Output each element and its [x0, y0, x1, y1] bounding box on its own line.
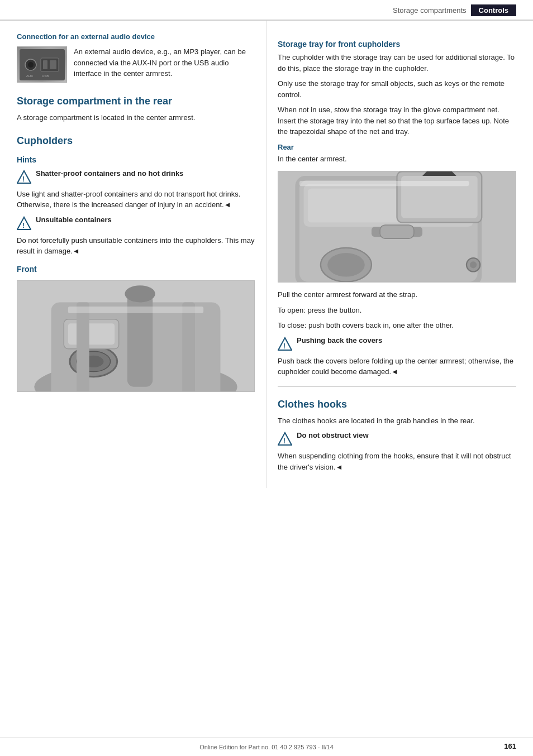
divider: [278, 386, 516, 387]
storage-tray-section: Storage tray for front cupholders The cu…: [278, 40, 516, 137]
clothes-hooks-body: The clothes hooks are located in the gra…: [278, 415, 516, 427]
hint2-title: Unsuitable containers: [36, 216, 112, 224]
warning-box-4: ! Do not obstruct view: [278, 430, 516, 446]
warning-box-2: ! Unsuitable containers: [17, 215, 255, 231]
connection-section: Connection for an external audio device: [17, 32, 255, 84]
cupholders-heading: Cupholders: [17, 135, 255, 147]
clothes-hooks-heading: Clothes hooks: [278, 398, 516, 411]
svg-point-40: [327, 253, 365, 277]
storage-tray-para2: Only use the storage tray for small obje…: [278, 78, 516, 100]
warning-box-3: ! Pushing back the covers: [278, 336, 516, 351]
svg-marker-34: [422, 171, 456, 176]
page-footer: Online Edition for Part no. 01 40 2 925 …: [0, 738, 533, 756]
hint2-body: Do not forcefully push unsuitable contai…: [17, 235, 255, 257]
front-cup-image: [17, 280, 255, 392]
svg-rect-21: [68, 323, 115, 344]
rear-arm-image: [278, 171, 516, 283]
hints-heading: Hints: [17, 155, 255, 164]
warning-text-3: Pushing back the covers: [297, 336, 516, 346]
warning-text-2: Unsuitable containers: [36, 215, 255, 225]
aux-image-inner: AUX USB: [17, 47, 66, 82]
storage-rear-section: Storage compartment in the rear A storag…: [17, 95, 255, 123]
svg-rect-24: [68, 307, 203, 313]
rear-warn-body: Push back the covers before folding up t…: [278, 356, 516, 377]
rear-warn-title: Pushing back the covers: [297, 336, 382, 344]
warning-icon-1: !: [17, 170, 31, 184]
pull-text: Pull the center armrest forward at the s…: [278, 289, 516, 300]
svg-rect-5: [50, 60, 56, 69]
hint1-title: Shatter-proof containers and no hot drin…: [36, 169, 183, 178]
aux-image: AUX USB: [17, 46, 67, 83]
page-number: 161: [504, 742, 516, 750]
storage-rear-body: A storage compartment is located in the …: [17, 112, 255, 123]
left-column: Connection for an external audio device: [0, 21, 266, 488]
warning-box-1: ! Shatter-proof containers and no hot dr…: [17, 169, 255, 184]
svg-rect-4: [43, 60, 47, 69]
connection-body: AUX USB An external audio device, e.g., …: [17, 46, 255, 84]
clothes-warn-title: Do not obstruct view: [297, 431, 369, 439]
warning-icon-3: !: [278, 337, 292, 351]
clothes-warn-body: When suspending clothing from the hooks,…: [278, 451, 516, 472]
svg-text:AUX: AUX: [26, 74, 33, 78]
open-text: To open: press the button.: [278, 305, 516, 316]
rear-section: Rear In the center armrest.: [278, 143, 516, 377]
storage-tray-para3: When not in use, stow the storage tray i…: [278, 104, 516, 137]
warning-icon-4: !: [278, 432, 292, 446]
main-content: Connection for an external audio device: [0, 21, 533, 488]
storage-tray-para1: The cupholder with the storage tray can …: [278, 52, 516, 74]
svg-rect-36: [380, 225, 414, 238]
rear-body: In the center armrest.: [278, 154, 516, 165]
svg-rect-42: [299, 181, 469, 186]
svg-point-16: [125, 285, 155, 302]
svg-rect-23: [77, 302, 89, 391]
svg-text:!: !: [22, 175, 25, 183]
svg-text:!: !: [283, 437, 285, 445]
storage-rear-heading: Storage compartment in the rear: [17, 95, 255, 108]
warning-text-1: Shatter-proof containers and no hot drin…: [36, 169, 255, 179]
page-header: Storage compartments Controls: [0, 0, 533, 21]
svg-rect-22: [182, 302, 195, 391]
right-column: Storage tray for front cupholders The cu…: [266, 21, 533, 488]
svg-point-38: [470, 261, 477, 268]
header-section-title: Storage compartments: [393, 6, 467, 15]
warning-text-4: Do not obstruct view: [297, 430, 516, 441]
svg-text:!: !: [22, 222, 25, 229]
svg-text:USB: USB: [42, 74, 49, 78]
rear-heading: Rear: [278, 143, 516, 151]
svg-text:!: !: [283, 342, 285, 350]
footer-text: Online Edition for Part no. 01 40 2 925 …: [199, 744, 334, 750]
svg-point-2: [28, 62, 34, 68]
warning-icon-2: !: [17, 216, 31, 231]
header-chapter-badge: Controls: [471, 4, 516, 16]
connection-body-text: An external audio device, e.g., an MP3 p…: [74, 46, 255, 79]
aux-svg: AUX USB: [18, 48, 66, 82]
hint1-body: Use light and shatter-proof containers a…: [17, 189, 255, 210]
connection-title: Connection for an external audio device: [17, 32, 255, 42]
front-heading: Front: [17, 265, 255, 274]
storage-tray-heading: Storage tray for front cupholders: [278, 40, 516, 49]
clothes-hooks-section: Clothes hooks The clothes hooks are loca…: [278, 398, 516, 473]
close-text: To close: push both covers back in, one …: [278, 320, 516, 331]
cupholders-section: Cupholders Hints ! Shatter-proof contain…: [17, 135, 255, 392]
